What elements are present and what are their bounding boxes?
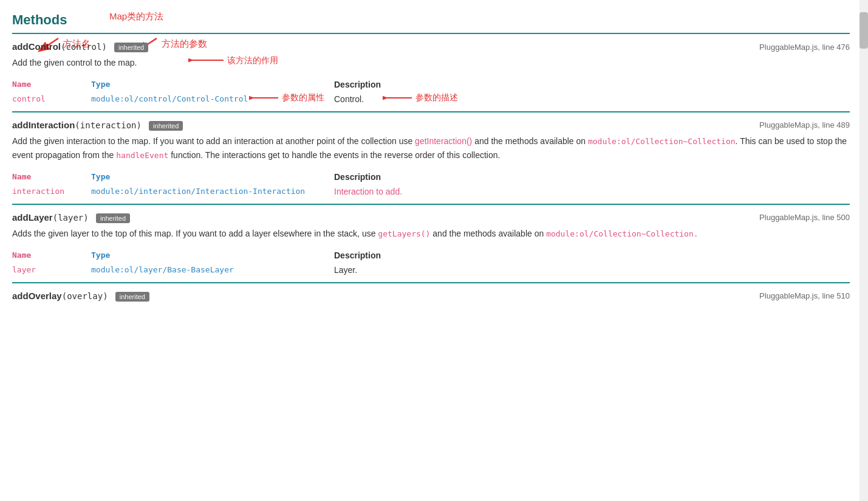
- addlayer-name: addLayer: [12, 212, 53, 223]
- param-name-control: control: [12, 92, 91, 106]
- addlayer-params-table: Name Type Description layer module:ol/la…: [12, 248, 850, 277]
- table-row: control module:ol/control/Control-Contro…: [12, 92, 850, 106]
- addoverlay-source: PluggableMap.js, line 510: [759, 291, 850, 300]
- interaction-desc-text: Interaction to add.: [334, 187, 402, 196]
- param-name-layer: layer: [12, 263, 91, 277]
- addlayer-source: PluggableMap.js, line 500: [759, 213, 850, 222]
- method-addlayer: addLayer(layer) inherited PluggableMap.j…: [12, 212, 850, 277]
- param-desc-layer: Layer.: [334, 263, 850, 277]
- divider-2: [12, 204, 850, 205]
- addlayer-description: Adds the given layer to the top of this …: [12, 227, 850, 241]
- addinteraction-source: PluggableMap.js, line 489: [759, 120, 850, 130]
- collection-link-2[interactable]: module:ol/Collection~Collection.: [546, 229, 698, 238]
- method-addoverlay: addOverlay(overlay) inherited PluggableM…: [12, 291, 850, 302]
- param-type-interaction: module:ol/interaction/Interaction-Intera…: [91, 184, 334, 199]
- type-col-header-2: Type: [91, 170, 334, 184]
- methods-title: Methods: [12, 12, 67, 28]
- addoverlay-signature-row: addOverlay(overlay) inherited PluggableM…: [12, 291, 850, 302]
- param-type-control: module:ol/control/Control-Control: [91, 92, 334, 106]
- param-type-link-layer[interactable]: module:ol/layer/Base-BaseLayer: [91, 265, 234, 274]
- type-col-header-3: Type: [91, 248, 334, 263]
- get-interaction-link[interactable]: getInteraction(): [415, 136, 472, 146]
- addinteraction-params-table: Name Type Description interaction module…: [12, 170, 850, 199]
- desc-col-header-3: Description: [334, 248, 850, 263]
- handle-event-link[interactable]: handleEvent: [116, 151, 168, 160]
- param-type-layer: module:ol/layer/Base-BaseLayer: [91, 263, 334, 277]
- addcontrol-signature-row: addControl(control) inherited PluggableM…: [12, 41, 850, 52]
- addcontrol-signature: addControl(control) inherited: [12, 41, 148, 52]
- getlayers-link[interactable]: getLayers(): [378, 229, 430, 238]
- methods-divider: [12, 33, 850, 34]
- method-addcontrol: addControl(control) inherited PluggableM…: [12, 41, 850, 106]
- addoverlay-params: (overlay): [62, 291, 108, 301]
- addlayer-params: (layer): [53, 213, 89, 223]
- param-desc-control: Control. 参数的描述: [334, 92, 850, 106]
- param-type-link-interaction[interactable]: module:ol/interaction/Interaction-Intera…: [91, 187, 305, 196]
- divider-1: [12, 111, 850, 112]
- addcontrol-params: (control): [61, 42, 107, 52]
- scrollbar[interactable]: [859, 0, 868, 319]
- param-name-interaction: interaction: [12, 184, 91, 199]
- desc-col-header: Description: [334, 77, 850, 92]
- collection-link[interactable]: module:ol/Collection~Collection: [588, 137, 736, 146]
- table-row: interaction module:ol/interaction/Intera…: [12, 184, 850, 199]
- addinteraction-params: (interaction): [75, 120, 142, 130]
- addinteraction-inherited-badge: inherited: [149, 121, 183, 131]
- addcontrol-inherited-badge: inherited: [114, 43, 148, 52]
- annotation-map-method: Map类的方法: [109, 11, 163, 22]
- name-col-header: Name: [12, 77, 91, 92]
- addlayer-signature-row: addLayer(layer) inherited PluggableMap.j…: [12, 212, 850, 223]
- addcontrol-params-table: Name Type Description control module:ol/…: [12, 77, 850, 106]
- addcontrol-source: PluggableMap.js, line 476: [759, 43, 850, 52]
- param-type-link-control[interactable]: module:ol/control/Control-Control: [91, 94, 248, 103]
- addinteraction-signature-row: addInteraction(interaction) inherited Pl…: [12, 120, 850, 131]
- addoverlay-signature: addOverlay(overlay) inherited: [12, 291, 149, 302]
- annotation-param-attr: 参数的属性: [249, 92, 324, 104]
- page-container: Methods Map类的方法 方法名: [0, 0, 868, 319]
- addinteraction-signature: addInteraction(interaction) inherited: [12, 120, 183, 131]
- annotation-method-effect: 该方法的作用: [188, 54, 278, 67]
- name-col-header-2: Name: [12, 170, 91, 184]
- methods-header: Methods Map类的方法 方法名: [12, 12, 850, 28]
- addcontrol-description: Add the given control to the map. 该方法的作用: [12, 56, 850, 69]
- divider-3: [12, 282, 850, 283]
- method-addinteraction: addInteraction(interaction) inherited Pl…: [12, 120, 850, 199]
- scrollbar-thumb[interactable]: [859, 12, 868, 49]
- addinteraction-name: addInteraction: [12, 120, 75, 130]
- addoverlay-name: addOverlay: [12, 291, 62, 301]
- param-desc-interaction: Interaction to add.: [334, 184, 850, 199]
- name-col-header-3: Name: [12, 248, 91, 263]
- table-row: layer module:ol/layer/Base-BaseLayer Lay…: [12, 263, 850, 277]
- desc-col-header-2: Description: [334, 170, 850, 184]
- addlayer-inherited-badge: inherited: [96, 213, 130, 223]
- addlayer-signature: addLayer(layer) inherited: [12, 212, 130, 223]
- addcontrol-name: addControl: [12, 41, 61, 52]
- annotation-param-desc: 参数的描述: [383, 92, 458, 104]
- addoverlay-inherited-badge: inherited: [115, 292, 149, 302]
- addinteraction-description: Add the given interaction to the map. If…: [12, 134, 850, 162]
- type-col-header: Type: [91, 77, 334, 92]
